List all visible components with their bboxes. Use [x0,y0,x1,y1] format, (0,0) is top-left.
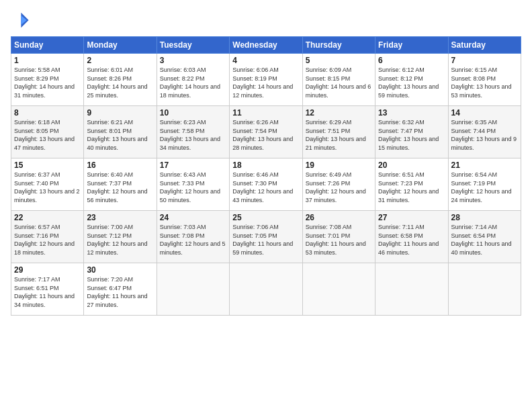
calendar-cell: 25 Sunrise: 7:06 AM Sunset: 7:05 PM Dayl… [230,211,302,263]
calendar-cell: 8 Sunrise: 6:18 AM Sunset: 8:05 PM Dayli… [11,106,84,158]
day-number: 1 [14,56,81,65]
sunrise: Sunrise: 6:01 AM [87,66,133,73]
daylight-label: Daylight: 12 hours and 24 minutes. [451,188,512,203]
sunset: Sunset: 6:47 PM [87,285,132,291]
day-info: Sunrise: 6:32 AM Sunset: 7:47 PM Dayligh… [378,118,445,152]
calendar-cell: 30 Sunrise: 7:20 AM Sunset: 6:47 PM Dayl… [84,263,157,316]
day-info: Sunrise: 6:29 AM Sunset: 7:51 PM Dayligh… [306,118,372,152]
calendar-cell: 21 Sunrise: 6:54 AM Sunset: 7:19 PM Dayl… [448,158,521,211]
daylight-label: Daylight: 13 hours and 2 minutes. [14,188,80,203]
sunset: Sunset: 8:19 PM [232,75,277,82]
day-info: Sunrise: 7:08 AM Sunset: 7:01 PM Dayligh… [306,223,372,257]
sunset: Sunset: 7:12 PM [87,232,132,239]
sunrise: Sunrise: 7:00 AM [87,224,133,230]
sunset: Sunset: 8:22 PM [160,75,205,82]
sunrise: Sunrise: 7:03 AM [160,224,206,230]
sunrise: Sunrise: 7:08 AM [306,224,352,230]
sunset: Sunset: 6:51 PM [14,285,59,291]
header-saturday: Saturday [448,37,521,54]
header-tuesday: Tuesday [157,37,229,54]
sunrise: Sunrise: 6:15 AM [451,66,498,73]
day-info: Sunrise: 5:58 AM Sunset: 8:29 PM Dayligh… [14,66,81,99]
daylight-label: Daylight: 13 hours and 15 minutes. [378,136,439,151]
calendar-cell: 1 Sunrise: 5:58 AM Sunset: 8:29 PM Dayli… [11,54,84,106]
day-info: Sunrise: 6:03 AM Sunset: 8:22 PM Dayligh… [160,66,226,99]
sunrise: Sunrise: 6:49 AM [306,171,352,178]
day-number: 7 [451,56,518,65]
day-info: Sunrise: 6:43 AM Sunset: 7:33 PM Dayligh… [160,171,226,204]
sunrise: Sunrise: 6:23 AM [160,119,206,126]
day-number: 8 [14,108,81,118]
day-number: 16 [87,161,153,170]
header-thursday: Thursday [302,37,375,54]
top-section [11,11,521,30]
sunrise: Sunrise: 6:54 AM [451,171,498,178]
sunrise: Sunrise: 7:14 AM [451,224,498,230]
day-number: 21 [451,161,518,170]
sunset: Sunset: 8:26 PM [87,75,132,82]
day-number: 27 [378,213,445,222]
daylight-label: Daylight: 12 hours and 50 minutes. [160,188,220,203]
day-number: 4 [232,56,299,65]
calendar-cell: 28 Sunrise: 7:14 AM Sunset: 6:54 PM Dayl… [448,211,521,263]
sunrise: Sunrise: 6:03 AM [160,66,206,73]
calendar-cell: 12 Sunrise: 6:29 AM Sunset: 7:51 PM Dayl… [302,106,375,158]
sunrise: Sunrise: 6:46 AM [232,171,279,178]
calendar-cell: 23 Sunrise: 7:00 AM Sunset: 7:12 PM Dayl… [84,211,157,263]
calendar-cell: 16 Sunrise: 6:40 AM Sunset: 7:37 PM Dayl… [84,158,157,211]
calendar-cell: 4 Sunrise: 6:06 AM Sunset: 8:19 PM Dayli… [230,54,302,106]
day-info: Sunrise: 6:37 AM Sunset: 7:40 PM Dayligh… [14,171,81,204]
daylight-label: Daylight: 14 hours and 12 minutes. [232,83,293,99]
calendar-cell [448,263,521,316]
day-number: 26 [306,213,372,222]
day-number: 23 [87,213,153,222]
day-info: Sunrise: 7:17 AM Sunset: 6:51 PM Dayligh… [14,275,81,309]
header-monday: Monday [84,37,157,54]
day-info: Sunrise: 6:23 AM Sunset: 7:58 PM Dayligh… [160,118,226,152]
calendar-cell: 22 Sunrise: 6:57 AM Sunset: 7:16 PM Dayl… [11,211,84,263]
sunset: Sunset: 7:26 PM [306,180,351,187]
sunrise: Sunrise: 6:29 AM [306,119,352,126]
sunset: Sunset: 8:15 PM [306,75,351,82]
daylight-label: Daylight: 13 hours and 28 minutes. [232,136,293,151]
daylight-label: Daylight: 13 hours and 53 minutes. [451,83,512,99]
sunrise: Sunrise: 6:09 AM [306,66,352,73]
calendar-cell: 18 Sunrise: 6:46 AM Sunset: 7:30 PM Dayl… [230,158,302,211]
daylight-label: Daylight: 13 hours and 34 minutes. [160,136,220,151]
day-info: Sunrise: 6:46 AM Sunset: 7:30 PM Dayligh… [232,171,299,204]
calendar-cell: 15 Sunrise: 6:37 AM Sunset: 7:40 PM Dayl… [11,158,84,211]
day-number: 6 [378,56,445,65]
calendar-cell [230,263,302,316]
day-number: 15 [14,161,81,170]
daylight-label: Daylight: 13 hours and 40 minutes. [87,136,147,151]
day-number: 10 [160,108,226,118]
daylight-label: Daylight: 11 hours and 27 minutes. [87,293,147,308]
day-number: 14 [451,108,518,118]
day-number: 29 [14,265,81,275]
day-info: Sunrise: 7:11 AM Sunset: 6:58 PM Dayligh… [378,223,445,257]
day-number: 3 [160,56,226,65]
sunrise: Sunrise: 7:06 AM [232,224,279,230]
sunrise: Sunrise: 6:12 AM [378,66,425,73]
daylight-label: Daylight: 13 hours and 59 minutes. [378,83,439,99]
sunrise: Sunrise: 6:57 AM [14,224,60,230]
day-info: Sunrise: 6:54 AM Sunset: 7:19 PM Dayligh… [451,171,518,204]
sunset: Sunset: 7:54 PM [232,128,277,134]
calendar-cell: 10 Sunrise: 6:23 AM Sunset: 7:58 PM Dayl… [157,106,229,158]
header-friday: Friday [375,37,448,54]
day-number: 22 [14,213,81,222]
sunset: Sunset: 7:40 PM [14,180,59,187]
sunset: Sunset: 6:54 PM [451,232,496,239]
daylight-label: Daylight: 13 hours and 9 minutes. [451,136,517,151]
daylight-label: Daylight: 11 hours and 46 minutes. [378,240,439,256]
calendar-week-3: 15 Sunrise: 6:37 AM Sunset: 7:40 PM Dayl… [11,158,521,211]
sunrise: Sunrise: 6:26 AM [232,119,279,126]
day-number: 13 [378,108,445,118]
sunset: Sunset: 7:33 PM [160,180,205,187]
sunrise: Sunrise: 5:58 AM [14,66,60,73]
sunrise: Sunrise: 6:06 AM [232,66,279,73]
sunset: Sunset: 7:58 PM [160,128,205,134]
day-info: Sunrise: 6:51 AM Sunset: 7:23 PM Dayligh… [378,171,445,204]
daylight-label: Daylight: 12 hours and 43 minutes. [232,188,293,203]
day-info: Sunrise: 6:21 AM Sunset: 8:01 PM Dayligh… [87,118,153,152]
